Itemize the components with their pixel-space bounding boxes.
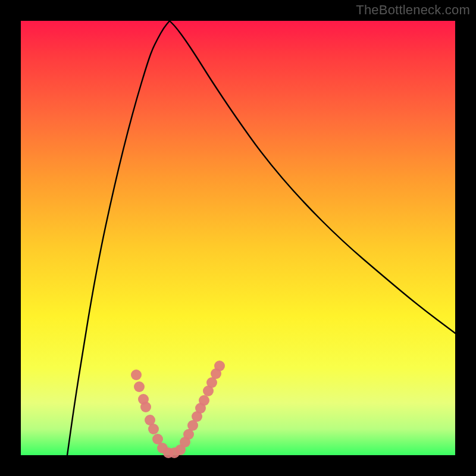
marker-left-dots bbox=[148, 424, 159, 434]
curve-right-curve bbox=[170, 21, 455, 333]
marker-left-dots bbox=[131, 369, 142, 380]
marker-right-dots bbox=[214, 361, 225, 371]
marker-left-dots bbox=[134, 381, 145, 392]
plot-overlay bbox=[21, 21, 455, 455]
scatter-group bbox=[131, 361, 225, 458]
curves-group bbox=[67, 21, 455, 455]
curve-left-curve bbox=[67, 21, 170, 455]
marker-right-dots bbox=[199, 395, 209, 406]
chart-frame: TheBottleneck.com bbox=[0, 0, 476, 476]
watermark-text: TheBottleneck.com bbox=[356, 2, 470, 18]
marker-left-dots bbox=[140, 402, 151, 412]
